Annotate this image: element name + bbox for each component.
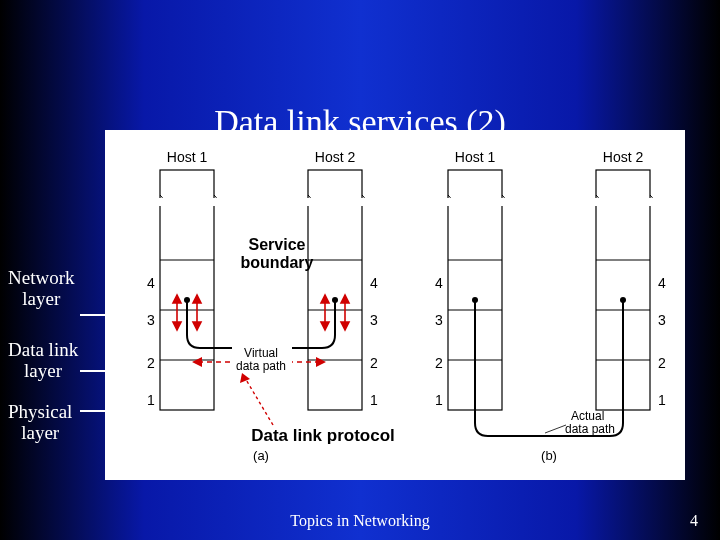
host1a-group: Host 1 4 3 2 1 bbox=[147, 149, 221, 410]
diagram-svg: Host 1 4 3 2 1 Host 2 4 3 2 bbox=[105, 130, 685, 480]
protocol-pointer-icon bbox=[245, 378, 273, 425]
host1b-group: Host 1 4 3 2 1 bbox=[435, 149, 509, 410]
svg-text:2: 2 bbox=[147, 355, 155, 371]
diagram-panel: Service boundary Data link protocol Host… bbox=[105, 130, 685, 480]
host2b-group: Host 2 4 3 2 1 bbox=[589, 149, 666, 410]
svg-text:Actual: Actual bbox=[571, 409, 604, 423]
svg-marker-40 bbox=[240, 373, 250, 383]
svg-text:data path: data path bbox=[236, 359, 286, 373]
slide-title: Data link services (2) bbox=[0, 23, 720, 141]
footer: Topics in Networking 4 bbox=[0, 512, 720, 530]
svg-marker-29 bbox=[321, 295, 329, 303]
svg-marker-26 bbox=[193, 295, 201, 303]
svg-text:3: 3 bbox=[658, 312, 666, 328]
svg-marker-24 bbox=[173, 322, 181, 330]
svg-text:Host 2: Host 2 bbox=[315, 149, 356, 165]
svg-text:Host 1: Host 1 bbox=[455, 149, 496, 165]
svg-text:1: 1 bbox=[370, 392, 378, 408]
svg-text:1: 1 bbox=[658, 392, 666, 408]
svg-text:2: 2 bbox=[370, 355, 378, 371]
page-number: 4 bbox=[690, 512, 698, 530]
svg-text:3: 3 bbox=[370, 312, 378, 328]
svg-text:Host 2: Host 2 bbox=[603, 149, 644, 165]
svg-marker-30 bbox=[321, 322, 329, 330]
service-boundary-arrows bbox=[173, 295, 349, 330]
svg-rect-2 bbox=[153, 198, 221, 206]
svg-marker-35 bbox=[192, 357, 202, 367]
svg-text:4: 4 bbox=[658, 275, 666, 291]
footer-text: Topics in Networking bbox=[0, 512, 720, 530]
svg-marker-33 bbox=[341, 322, 349, 330]
svg-text:Virtual: Virtual bbox=[244, 346, 278, 360]
svg-text:(a): (a) bbox=[253, 448, 269, 463]
svg-text:data path: data path bbox=[565, 422, 615, 436]
svg-marker-27 bbox=[193, 322, 201, 330]
svg-text:3: 3 bbox=[147, 312, 155, 328]
host2a-group: Host 2 4 3 2 1 bbox=[301, 149, 378, 410]
svg-line-66 bbox=[545, 425, 566, 433]
svg-rect-54 bbox=[589, 198, 657, 206]
svg-text:(b): (b) bbox=[541, 448, 557, 463]
svg-text:1: 1 bbox=[435, 392, 443, 408]
svg-text:Host 1: Host 1 bbox=[167, 149, 208, 165]
svg-text:4: 4 bbox=[435, 275, 443, 291]
svg-rect-44 bbox=[441, 198, 509, 206]
svg-marker-23 bbox=[173, 295, 181, 303]
svg-text:1: 1 bbox=[147, 392, 155, 408]
svg-rect-12 bbox=[301, 198, 369, 206]
svg-marker-32 bbox=[341, 295, 349, 303]
svg-text:2: 2 bbox=[658, 355, 666, 371]
svg-text:4: 4 bbox=[147, 275, 155, 291]
svg-text:4: 4 bbox=[370, 275, 378, 291]
svg-text:2: 2 bbox=[435, 355, 443, 371]
datalink-layer-label: Data link layer bbox=[8, 340, 78, 382]
network-layer-label: Network layer bbox=[8, 268, 74, 310]
svg-marker-36 bbox=[316, 357, 326, 367]
svg-text:3: 3 bbox=[435, 312, 443, 328]
physical-layer-label: Physical layer bbox=[8, 402, 72, 444]
